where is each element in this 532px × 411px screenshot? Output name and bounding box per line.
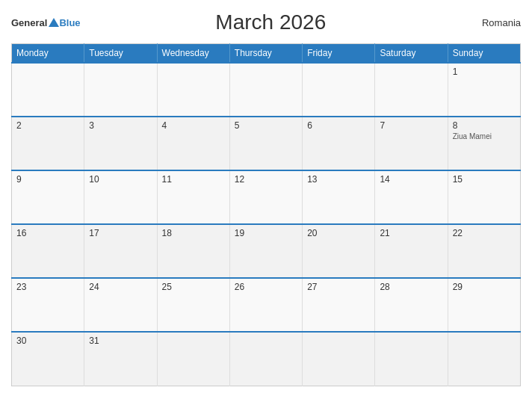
day-number: 21: [380, 228, 442, 238]
weekday-friday: Friday: [303, 44, 375, 64]
calendar-cell: 17: [84, 224, 157, 278]
day-number: 15: [453, 174, 516, 185]
calendar-cell: 15: [448, 170, 520, 224]
day-number: 7: [380, 120, 442, 131]
day-number: 13: [307, 174, 370, 185]
calendar-week-6: 3031: [12, 332, 521, 386]
day-number: 2: [16, 120, 79, 131]
calendar-table: Monday Tuesday Wednesday Thursday Friday…: [11, 43, 521, 386]
calendar-cell: 10: [84, 170, 157, 224]
calendar-week-5: 23242526272829: [12, 278, 521, 332]
calendar-week-2: 2345678Ziua Mamei: [12, 117, 521, 170]
calendar-cell: [84, 63, 157, 117]
calendar-cell: 9: [12, 170, 84, 224]
day-number: 28: [380, 282, 442, 292]
day-number: 12: [235, 174, 297, 185]
calendar-cell: [12, 63, 84, 117]
calendar-cell: [448, 332, 520, 386]
day-number: 31: [89, 336, 152, 346]
calendar-cell: [303, 63, 375, 117]
calendar-cell: [157, 63, 229, 117]
day-number: 26: [235, 282, 297, 292]
day-number: 17: [89, 228, 152, 238]
weekday-thursday: Thursday: [229, 44, 302, 64]
calendar-cell: 3: [84, 117, 157, 170]
day-number: 14: [380, 174, 442, 185]
logo-triangle-icon: [49, 18, 59, 27]
day-number: 18: [162, 228, 225, 238]
calendar-cell: [375, 332, 448, 386]
calendar-header: Monday Tuesday Wednesday Thursday Friday…: [12, 44, 521, 64]
calendar-cell: 16: [12, 224, 84, 278]
logo: General Blue: [11, 18, 81, 28]
day-number: 1: [453, 67, 516, 77]
day-number: 23: [16, 282, 79, 292]
calendar-cell: 8Ziua Mamei: [448, 117, 520, 170]
weekday-row: Monday Tuesday Wednesday Thursday Friday…: [12, 44, 521, 64]
calendar-cell: 5: [229, 117, 302, 170]
calendar-cell: 6: [303, 117, 375, 170]
day-number: 5: [235, 120, 297, 131]
calendar-cell: 12: [229, 170, 302, 224]
calendar-cell: 20: [303, 224, 375, 278]
calendar-title: March 2026: [81, 10, 461, 34]
day-number: 22: [453, 228, 516, 238]
weekday-monday: Monday: [12, 44, 84, 64]
day-number: 30: [16, 336, 79, 346]
weekday-sunday: Sunday: [448, 44, 520, 64]
calendar-cell: 28: [375, 278, 448, 332]
calendar-cell: 31: [84, 332, 157, 386]
calendar-body: 12345678Ziua Mamei9101112131415161718192…: [12, 63, 521, 386]
calendar-cell: [229, 332, 302, 386]
page: General Blue March 2026 Romania Monday T…: [0, 0, 532, 411]
day-number: 6: [307, 120, 370, 131]
calendar-cell: 18: [157, 224, 229, 278]
weekday-saturday: Saturday: [375, 44, 448, 64]
calendar-cell: 25: [157, 278, 229, 332]
country-label: Romania: [461, 17, 521, 28]
calendar-cell: 30: [12, 332, 84, 386]
calendar-cell: 22: [448, 224, 520, 278]
day-number: 19: [235, 228, 297, 238]
weekday-wednesday: Wednesday: [157, 44, 229, 64]
holiday-name: Ziua Mamei: [453, 132, 516, 140]
calendar-cell: 26: [229, 278, 302, 332]
calendar-cell: 24: [84, 278, 157, 332]
calendar-cell: 1: [448, 63, 520, 117]
logo-general-text: General: [11, 18, 47, 28]
calendar-cell: 27: [303, 278, 375, 332]
calendar-week-1: 1: [12, 63, 521, 117]
calendar-week-4: 16171819202122: [12, 224, 521, 278]
calendar-cell: [375, 63, 448, 117]
day-number: 27: [307, 282, 370, 292]
calendar-cell: [229, 63, 302, 117]
calendar-cell: 13: [303, 170, 375, 224]
weekday-tuesday: Tuesday: [84, 44, 157, 64]
calendar-cell: 29: [448, 278, 520, 332]
calendar-cell: 4: [157, 117, 229, 170]
calendar-cell: 21: [375, 224, 448, 278]
day-number: 29: [453, 282, 516, 292]
header: General Blue March 2026 Romania: [11, 7, 521, 37]
calendar-cell: 19: [229, 224, 302, 278]
calendar-cell: 2: [12, 117, 84, 170]
day-number: 3: [89, 120, 152, 131]
calendar-cell: [157, 332, 229, 386]
day-number: 24: [89, 282, 152, 292]
day-number: 10: [89, 174, 152, 185]
day-number: 11: [162, 174, 225, 185]
calendar-cell: 23: [12, 278, 84, 332]
day-number: 4: [162, 120, 225, 131]
calendar-cell: 11: [157, 170, 229, 224]
day-number: 25: [162, 282, 225, 292]
day-number: 16: [16, 228, 79, 238]
calendar-cell: 14: [375, 170, 448, 224]
calendar-week-3: 9101112131415: [12, 170, 521, 224]
day-number: 20: [307, 228, 370, 238]
day-number: 8: [453, 120, 516, 131]
calendar-cell: 7: [375, 117, 448, 170]
logo-blue-text: Blue: [59, 18, 80, 28]
day-number: 9: [16, 174, 79, 185]
calendar-cell: [303, 332, 375, 386]
